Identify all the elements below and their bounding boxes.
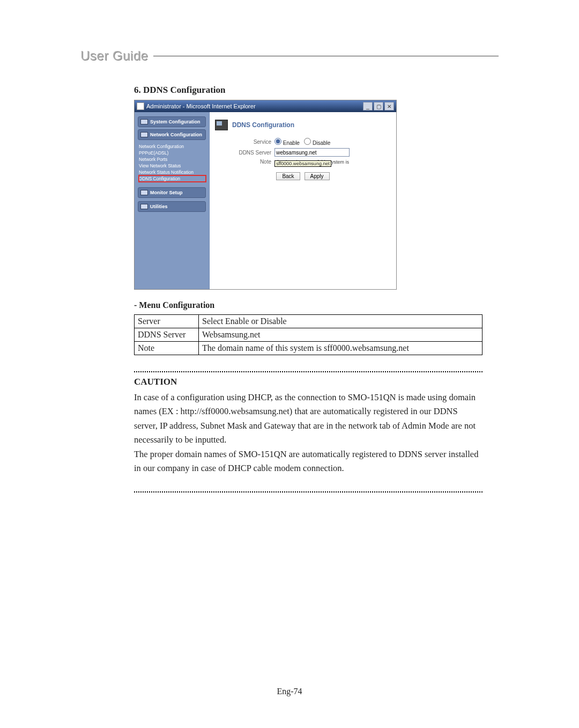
sidebar-sublinks: Network Configuration PPPoE(ADSL) Networ… [139, 143, 206, 182]
menu-config-title: - Menu Configuration [134, 300, 482, 310]
sidebar-item-network-configuration[interactable]: Network Configuration [138, 129, 206, 140]
sidebar-link-network-ports[interactable]: Network Ports [139, 156, 206, 163]
service-label: Service [231, 139, 271, 145]
sidebar-item-label: Monitor Setup [150, 190, 183, 195]
window-titlebar: Administrator - Microsoft Internet Explo… [135, 100, 396, 112]
section-title: 6. DDNS Configuration [134, 85, 482, 95]
close-button[interactable]: ✕ [384, 102, 394, 111]
ddns-icon [215, 120, 228, 130]
ddns-server-label: DDNS Server [231, 150, 271, 156]
disable-option[interactable]: Disable [304, 140, 330, 146]
window-title: Administrator - Microsoft Internet Explo… [146, 103, 256, 109]
minimize-button[interactable]: _ [363, 102, 373, 111]
sidebar-link-network-configuration[interactable]: Network Configuration [139, 143, 206, 150]
main-panel: DDNS Configuration Service Enable Disabl… [210, 112, 396, 289]
sidebar-item-utilities[interactable]: Utilities [138, 201, 206, 212]
divider [134, 371, 482, 372]
doc-title: User Guide [80, 48, 148, 63]
maximize-button[interactable]: ▢ [374, 102, 383, 111]
table-row: Server Select Enable or Disable [135, 315, 482, 328]
disable-radio[interactable] [304, 138, 311, 145]
browser-window: Administrator - Microsoft Internet Explo… [134, 100, 397, 290]
enable-radio[interactable] [274, 138, 281, 145]
tooltip: sff0000.websamsung.net [274, 160, 331, 167]
network-config-icon [140, 132, 148, 137]
panel-title: DDNS Configuration [232, 121, 294, 129]
back-button[interactable]: Back [276, 172, 300, 180]
cell-val: Select Enable or Disable [199, 315, 482, 328]
enable-label: Enable [283, 140, 300, 146]
divider [134, 491, 482, 492]
disable-label: Disable [313, 140, 330, 146]
note-row: The domain name of this system is sff000… [274, 159, 391, 165]
header-rule [153, 56, 499, 56]
sidebar-item-label: System Configuration [150, 119, 201, 124]
system-config-icon [140, 119, 148, 124]
sidebar: System Configuration Network Configurati… [135, 112, 210, 289]
caution-paragraph-1: In case of a configuration using DHCP, a… [134, 391, 482, 447]
sidebar-item-system-configuration[interactable]: System Configuration [138, 116, 206, 127]
sidebar-link-pppoe[interactable]: PPPoE(ADSL) [139, 150, 206, 156]
menu-config-table: Server Select Enable or Disable DDNS Ser… [134, 314, 482, 355]
ie-icon [137, 102, 144, 110]
apply-button[interactable]: Apply [305, 172, 330, 180]
caution-paragraph-2: The proper domain names of SMO-151QN are… [134, 447, 482, 476]
cell-val: Websamsung.net [199, 328, 482, 342]
table-row: DDNS Server Websamsung.net [135, 328, 482, 342]
table-row: Note The domain name of this system is s… [135, 342, 482, 355]
note-label: Note [231, 159, 271, 165]
cell-val: The domain name of this system is sff000… [199, 342, 482, 355]
sidebar-item-monitor-setup[interactable]: Monitor Setup [138, 187, 206, 198]
cell-key: Note [135, 342, 199, 355]
utilities-icon [140, 204, 148, 209]
sidebar-link-ddns-configuration[interactable]: DDNS Configuration [139, 175, 206, 182]
service-options: Enable Disable [274, 138, 391, 146]
sidebar-link-view-network-status[interactable]: View Network Status [139, 163, 206, 169]
ddns-server-input[interactable] [274, 148, 350, 157]
enable-option[interactable]: Enable [274, 140, 300, 146]
sidebar-item-label: Network Configuration [150, 132, 202, 137]
caution-heading: CAUTION [134, 377, 482, 387]
sidebar-item-label: Utilities [150, 204, 168, 209]
cell-key: Server [135, 315, 199, 328]
page-number: Eng-74 [0, 687, 579, 696]
monitor-icon [140, 190, 148, 195]
cell-key: DDNS Server [135, 328, 199, 342]
sidebar-link-network-status-notification[interactable]: Network Status Notification [139, 169, 206, 175]
